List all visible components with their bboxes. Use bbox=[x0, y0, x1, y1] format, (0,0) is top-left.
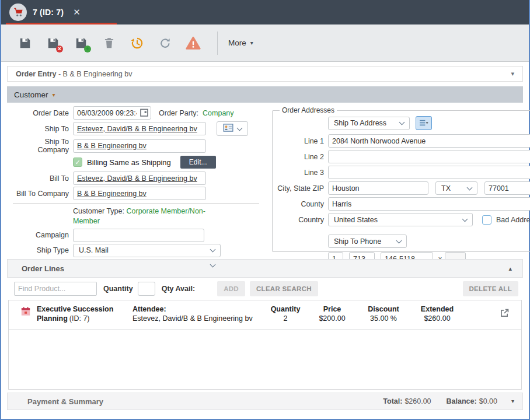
validation-warning-button[interactable] bbox=[186, 35, 201, 51]
chevron-down-icon[interactable]: ▾ bbox=[511, 398, 514, 404]
order-party-label: Order Party: bbox=[159, 109, 198, 117]
state-select[interactable]: TX bbox=[435, 181, 477, 195]
customer-type-label: Customer Type: bbox=[73, 207, 124, 215]
customer-section-header[interactable]: Customer ▾ bbox=[7, 86, 523, 103]
cancel-badge-icon: × bbox=[56, 46, 63, 52]
open-line-detail-button[interactable] bbox=[500, 308, 510, 320]
payment-summary-header[interactable]: Payment & Summary Total: $260.00 Balance… bbox=[7, 393, 523, 410]
campaign-input[interactable] bbox=[73, 229, 204, 242]
bill-to-company-input[interactable] bbox=[73, 187, 206, 200]
tab-title: 7 (ID: 7) bbox=[33, 8, 64, 17]
chevron-down-icon bbox=[462, 216, 468, 222]
extended-cell: Extended $260.00 bbox=[409, 304, 465, 324]
chevron-down-icon[interactable]: ▾ bbox=[511, 71, 514, 77]
save-button[interactable] bbox=[18, 35, 33, 51]
qty-avail-label: Qty Avail: bbox=[162, 285, 195, 293]
find-product-input[interactable] bbox=[14, 282, 97, 296]
refresh-button[interactable] bbox=[158, 35, 173, 51]
balance-label: Balance: bbox=[447, 397, 477, 405]
address-line3-input[interactable] bbox=[328, 166, 530, 179]
tab-bar: 7 (ID: 7) ✕ bbox=[1, 0, 529, 24]
save-new-button[interactable]: + bbox=[74, 35, 89, 51]
order-addresses-group: Order Addresses Ship To Address bbox=[272, 106, 530, 252]
address-line2-label: Line 2 bbox=[275, 153, 324, 161]
chevron-down-icon: ▾ bbox=[53, 92, 55, 98]
customer-form-left: Order Date Order Party: Company bbox=[13, 106, 265, 256]
calendar-icon[interactable] bbox=[140, 108, 149, 120]
check-icon: ✓ bbox=[75, 159, 80, 166]
main-content: Order Entry - B & B Engineering bv ▾ Cus… bbox=[1, 62, 529, 419]
ship-type-select[interactable]: U.S. Mail bbox=[73, 244, 221, 257]
delete-button[interactable] bbox=[102, 35, 117, 51]
address-line2-input[interactable] bbox=[328, 150, 530, 163]
county-input[interactable] bbox=[328, 197, 530, 211]
ship-type-label: Ship Type bbox=[13, 246, 69, 254]
address-line3-label: Line 3 bbox=[275, 169, 324, 177]
quantity-label: Quantity bbox=[103, 285, 133, 293]
ship-to-company-input[interactable] bbox=[73, 139, 206, 153]
order-lines-title: Order Lines bbox=[22, 264, 64, 273]
bill-to-input[interactable] bbox=[73, 172, 206, 185]
price-cell: Price $200.00 bbox=[306, 304, 358, 324]
bad-address-label: Bad Address bbox=[496, 216, 530, 224]
save-close-button[interactable]: × bbox=[46, 35, 61, 51]
attendee-cell: Attendee: Estevez, David/B & B Engineeri… bbox=[132, 304, 267, 324]
order-tab[interactable]: 7 (ID: 7) ✕ bbox=[7, 0, 86, 24]
edit-button[interactable]: Edit... bbox=[180, 156, 216, 169]
discount-cell: Discount 35.00 % bbox=[359, 304, 408, 324]
zip-input[interactable] bbox=[484, 181, 530, 195]
county-label: County bbox=[275, 200, 324, 208]
order-entry-window: 7 (ID: 7) ✕ × bbox=[0, 0, 530, 420]
contact-picker-button[interactable] bbox=[217, 121, 248, 136]
active-tab-underline bbox=[6, 23, 117, 24]
country-label: Country bbox=[275, 216, 324, 224]
address-list-button[interactable] bbox=[416, 116, 432, 130]
clear-search-button[interactable]: CLEAR SEARCH bbox=[250, 281, 318, 296]
more-button[interactable]: More ▾ bbox=[228, 38, 253, 47]
order-date-field bbox=[73, 106, 151, 120]
order-party-value[interactable]: Company bbox=[203, 109, 234, 117]
toolbar-divider bbox=[217, 32, 218, 55]
order-line-row[interactable]: Executive Succession Planning(ID: 7) Att… bbox=[9, 300, 521, 330]
add-button[interactable]: ADD bbox=[217, 281, 245, 296]
close-icon[interactable]: ✕ bbox=[73, 7, 81, 18]
customer-header-label: Customer bbox=[14, 90, 48, 99]
city-state-zip-label: City, State ZIP bbox=[275, 184, 324, 192]
address-line1-label: Line 1 bbox=[275, 137, 324, 145]
ship-to-input[interactable] bbox=[73, 122, 206, 135]
order-entry-header[interactable]: Order Entry - B & B Engineering bv ▾ bbox=[7, 66, 523, 82]
total-value: $260.00 bbox=[405, 397, 431, 405]
history-button[interactable] bbox=[130, 35, 145, 51]
address-type-select[interactable]: Ship To Address bbox=[328, 117, 410, 130]
chevron-down-icon bbox=[210, 247, 216, 253]
total-label: Total: bbox=[383, 397, 402, 405]
customer-section-body: Order Date Order Party: Company bbox=[7, 103, 523, 256]
add-badge-icon: + bbox=[84, 46, 91, 52]
chevron-down-icon bbox=[396, 237, 402, 243]
order-lines-header[interactable]: Order Lines ▴ bbox=[7, 259, 523, 278]
address-line1-input[interactable] bbox=[328, 134, 530, 148]
order-addresses-legend: Order Addresses bbox=[280, 106, 337, 114]
chevron-down-icon bbox=[467, 184, 473, 190]
chevron-down-icon bbox=[237, 125, 243, 131]
quantity-input[interactable] bbox=[138, 282, 155, 296]
payment-summary-title: Payment & Summary bbox=[27, 397, 103, 406]
country-select[interactable]: United States bbox=[328, 213, 473, 226]
order-lines-grid: Executive Succession Planning(ID: 7) Att… bbox=[8, 300, 522, 390]
billing-same-checkbox[interactable]: ✓ bbox=[73, 158, 82, 167]
quantity-cell: Quantity 2 bbox=[267, 304, 304, 324]
billing-same-label: Billing Same as Shipping bbox=[87, 158, 171, 167]
bad-address-checkbox[interactable] bbox=[482, 215, 491, 225]
bad-address-field: Bad Address bbox=[482, 215, 530, 225]
bill-to-company-label: Bill To Company bbox=[13, 190, 69, 198]
city-input[interactable] bbox=[328, 181, 428, 195]
delete-all-button[interactable]: DELETE ALL bbox=[463, 281, 519, 296]
more-label: More bbox=[228, 38, 246, 47]
phone-type-select[interactable]: Ship To Phone bbox=[328, 235, 407, 248]
left-column-divider bbox=[13, 203, 259, 204]
collapse-up-icon[interactable]: ▴ bbox=[508, 265, 512, 272]
balance-value: $0.00 bbox=[479, 397, 497, 405]
chevron-down-icon bbox=[399, 120, 405, 125]
shopping-cart-icon bbox=[9, 4, 27, 21]
ship-to-label: Ship To bbox=[13, 125, 69, 133]
